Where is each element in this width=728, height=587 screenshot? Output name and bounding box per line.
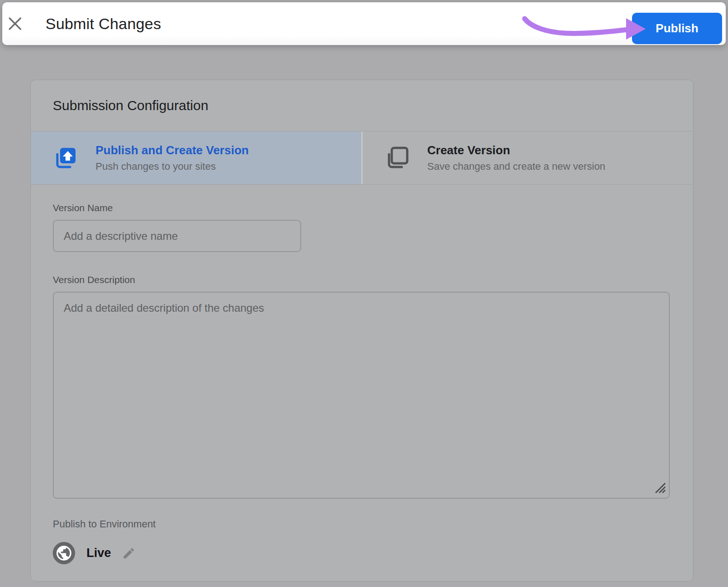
edit-environment-button[interactable] [121,546,136,561]
environment-row: Live [53,542,670,564]
page: Submit Changes Publish Submission Config… [0,0,728,587]
close-icon [6,15,24,32]
tab-create-version[interactable]: Create Version Save changes and create a… [361,132,693,184]
tab-subtitle: Save changes and create a new version [427,161,605,172]
version-description-label: Version Description [53,274,670,285]
dialog-header: Submit Changes Publish [2,2,726,45]
edit-icon [122,547,136,560]
tab-publish-and-create-version[interactable]: Publish and Create Version Push changes … [31,132,361,184]
create-version-icon [384,145,410,171]
resize-handle-icon[interactable] [654,481,666,494]
version-description-textarea[interactable] [53,292,670,499]
close-button[interactable] [5,13,25,34]
submission-tabs: Publish and Create Version Push changes … [31,131,693,185]
tab-title: Publish and Create Version [96,143,249,157]
tab-title: Create Version [427,143,605,157]
environment-globe-icon [53,542,75,564]
tab-subtitle: Push changes to your sites [96,161,249,172]
publish-button[interactable]: Publish [632,13,722,44]
card-title: Submission Configuration [31,80,693,131]
submission-card: Submission Configuration Publish and Cre… [30,80,693,582]
publish-version-icon [53,145,78,171]
environment-name: Live [86,546,111,560]
version-name-input[interactable] [53,220,301,252]
submission-form: Version Name Version Description Publish… [31,202,693,564]
page-title: Submit Changes [46,15,161,33]
version-name-label: Version Name [53,202,670,213]
publish-to-environment-label: Publish to Environment [53,518,670,530]
